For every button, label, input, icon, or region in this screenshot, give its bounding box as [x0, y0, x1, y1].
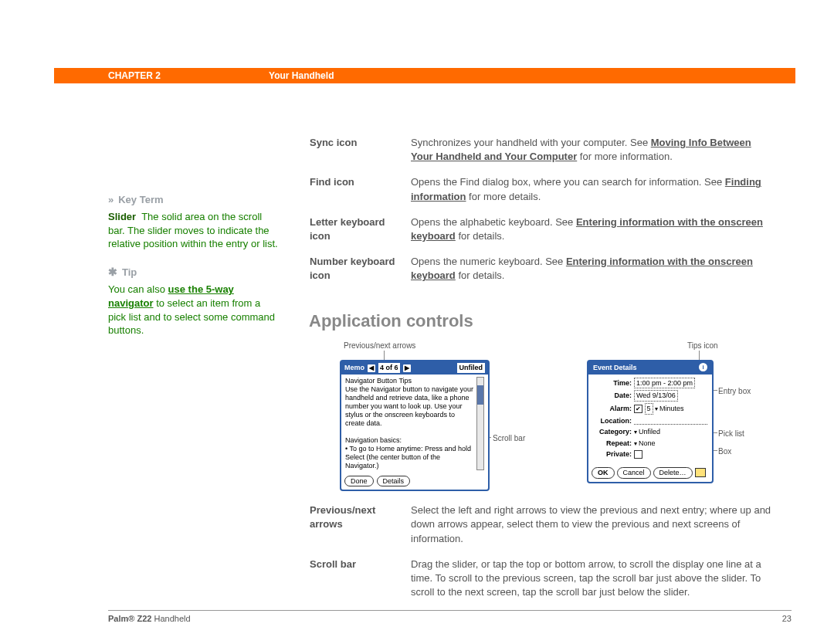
page: CHAPTER 2 Your Handheld » Key Term Slide…	[0, 0, 834, 644]
definition-row: Scroll barDrag the slider, or tap the to…	[309, 557, 772, 611]
memo-text: Navigator Button Tips Use the Navigator …	[345, 377, 474, 470]
memo-body: Navigator Button Tips Use the Navigator …	[341, 375, 488, 473]
memo-line4: • To go to Home anytime: Press and hold …	[345, 445, 471, 469]
memo-line2: Use the Navigator button to navigate you…	[345, 385, 473, 427]
definition-row: Previous/next arrowsSelect the left and …	[309, 503, 772, 557]
definition-term: Scroll bar	[309, 557, 410, 611]
memo-title: Memo	[344, 363, 364, 373]
next-arrow-icon[interactable]: ▶	[403, 364, 411, 372]
figure-area: Previous/next arrows Tips icon Scroll ba…	[309, 341, 772, 487]
product-rest: Handheld	[151, 614, 190, 623]
private-checkbox[interactable]	[634, 450, 642, 459]
definition-row: Letter keyboard iconOpens the alphabetic…	[309, 215, 772, 254]
definition-desc: Opens the Find dialog box, where you can…	[410, 175, 772, 214]
definition-row: Number keyboard iconOpens the numeric ke…	[309, 254, 772, 293]
memo-category[interactable]: Unfiled	[457, 363, 486, 373]
product-name: Palm® Z22 Handheld	[108, 613, 191, 625]
definition-row: Sync iconSynchronizes your handheld with…	[309, 135, 772, 175]
location-line[interactable]	[634, 417, 707, 425]
definition-desc: Synchronizes your handheld with your com…	[410, 135, 772, 175]
location-label: Location:	[593, 416, 634, 426]
details-button[interactable]: Details	[377, 476, 411, 487]
double-arrow-icon: »	[108, 193, 114, 207]
chapter-title: Your Handheld	[269, 69, 334, 83]
prev-arrow-icon[interactable]: ◀	[368, 364, 375, 372]
page-footer: Palm® Z22 Handheld 23	[108, 610, 792, 625]
definition-term: Letter keyboard icon	[309, 215, 410, 254]
alarm-checkbox[interactable]: ✔	[634, 405, 642, 413]
definition-desc: Select the left and right arrows to view…	[410, 503, 772, 557]
repeat-label: Repeat:	[593, 439, 634, 449]
memo-counter: 4 of 6	[378, 363, 400, 373]
scroll-bar[interactable]	[476, 377, 484, 470]
tip-label: Tip	[122, 266, 137, 280]
controls-definitions-table: Previous/next arrowsSelect the left and …	[309, 503, 772, 610]
sidebar: » Key Term Slider The solid area on the …	[108, 193, 278, 337]
page-number: 23	[782, 613, 792, 625]
event-body: Time: 1:00 pm - 2:00 pm Date: Wed 9/13/0…	[588, 375, 712, 464]
callout-scrollbar-label: Scroll bar	[493, 433, 525, 444]
chapter-header: CHAPTER 2 Your Handheld	[54, 68, 795, 83]
done-button[interactable]: Done	[344, 476, 374, 487]
alarm-unit-picklist[interactable]: Minutes	[655, 404, 684, 414]
alarm-number[interactable]: 5	[645, 403, 653, 415]
definition-desc: Opens the alphabetic keyboard. See Enter…	[410, 215, 772, 254]
main-content: Sync iconSynchronizes your handheld with…	[309, 135, 772, 610]
category-label: Category:	[593, 427, 634, 437]
date-entry-box[interactable]: Wed 9/13/06	[634, 390, 678, 402]
callout-entrybox-label: Entry box	[718, 386, 751, 397]
tip-body: You can also use the 5-way navigator to …	[108, 283, 278, 337]
event-title-text: Event Details	[593, 363, 637, 373]
note-icon[interactable]	[695, 468, 706, 477]
key-term-name: Slider	[108, 211, 136, 222]
memo-line1: Navigator Button Tips	[345, 377, 412, 385]
icon-definitions-table: Sync iconSynchronizes your handheld with…	[309, 135, 772, 294]
definition-term: Sync icon	[309, 135, 410, 175]
memo-footer: Done Details	[341, 473, 488, 490]
callout-tips-label: Tips icon	[687, 341, 718, 351]
private-label: Private:	[593, 449, 634, 459]
date-label: Date:	[593, 391, 634, 401]
repeat-picklist[interactable]: None	[634, 439, 656, 449]
scrollbar-slider[interactable]	[477, 385, 483, 405]
callout-picklist-label: Pick list	[718, 429, 744, 439]
cancel-button[interactable]: Cancel	[617, 467, 651, 479]
definition-desc: Drag the slider, or tap the top or botto…	[410, 557, 772, 611]
tips-icon[interactable]: i	[699, 363, 707, 371]
definition-term: Find icon	[309, 175, 410, 214]
event-details-window: Event Details i Time: 1:00 pm - 2:00 pm …	[587, 360, 714, 483]
definition-desc: Opens the numeric keyboard. See Entering…	[410, 254, 772, 293]
ok-button[interactable]: OK	[592, 467, 615, 479]
definition-term: Number keyboard icon	[309, 254, 410, 293]
memo-line3: Navigation basics:	[345, 436, 402, 444]
delete-button[interactable]: Delete…	[653, 467, 693, 479]
key-term-label: Key Term	[118, 193, 163, 207]
definition-term: Previous/next arrows	[309, 503, 410, 557]
section-title: Application controls	[309, 310, 772, 334]
time-entry-box[interactable]: 1:00 pm - 2:00 pm	[634, 378, 695, 389]
tip-heading: ✱ Tip	[108, 265, 278, 280]
alarm-label: Alarm:	[593, 404, 634, 414]
key-term-heading: » Key Term	[108, 193, 278, 207]
callout-prevnext-label: Previous/next arrows	[344, 341, 415, 351]
key-term-body: Slider The solid area on the scroll bar.…	[108, 210, 278, 251]
memo-header: Memo ◀ 4 of 6 ▶ Unfiled	[341, 361, 488, 375]
category-picklist[interactable]: Unfiled	[634, 427, 660, 437]
event-footer: OK Cancel Delete…	[588, 464, 712, 482]
chapter-number: CHAPTER 2	[108, 69, 161, 83]
asterisk-icon: ✱	[108, 265, 117, 280]
time-label: Time:	[593, 378, 634, 388]
event-title-bar: Event Details i	[588, 361, 712, 375]
definition-row: Find iconOpens the Find dialog box, wher…	[309, 175, 772, 214]
product-bold: Palm® Z22	[108, 614, 151, 623]
callout-box-label: Box	[718, 446, 731, 457]
tip-pre: You can also	[108, 283, 168, 295]
memo-window: Memo ◀ 4 of 6 ▶ Unfiled Navigator Button…	[340, 360, 490, 491]
